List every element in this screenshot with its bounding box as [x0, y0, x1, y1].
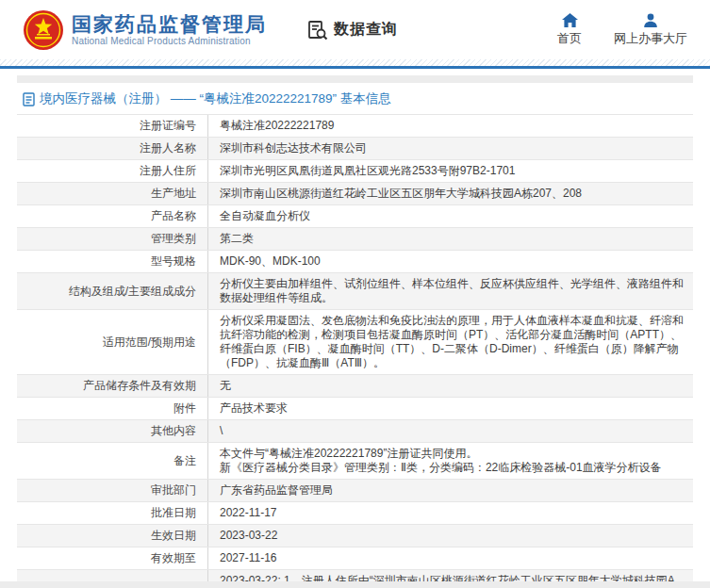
row-value: 分析仪主要由加样组件、试剂位组件、样本位组件、反应杯供应组件、光学组件、液路组件… [207, 273, 693, 309]
card-top-strip [17, 75, 693, 83]
table-row: 备注 本文件与“粤械注准20222221789”注册证共同使用。 新《医疗器械分… [17, 443, 693, 480]
row-label: 产品储存条件及有效期 [17, 375, 207, 397]
table-row: 有效期至 2027-11-16 [17, 547, 693, 570]
row-label: 其他内容 [17, 420, 207, 442]
row-label: 适用范围/预期用途 [17, 310, 207, 374]
table-row: 注册人住所 深圳市光明区凤凰街道凤凰社区观光路2533号附97B2-1701 [17, 160, 693, 183]
site-logo[interactable]: 国家药品监督管理局 National Medical Products Admi… [23, 9, 267, 51]
row-value: 无 [207, 375, 693, 397]
row-label: 生效日期 [17, 525, 207, 547]
row-value: MDK-90、MDK-100 [207, 251, 693, 272]
site-title: 国家药品监督管理局 [72, 13, 267, 36]
row-label: 注册人住所 [17, 160, 207, 182]
breadcrumb: 境内医疗器械（注册） —— “粤械注准20222221789” 基本信息 [17, 83, 693, 114]
nav-service-hall[interactable]: 网上办事大厅 [614, 13, 687, 47]
row-label: 备注 [17, 443, 207, 479]
row-value: 深圳市南山区桃源街道红花岭工业区五区朋年大学城科技园A栋207、208 [207, 183, 693, 204]
table-row: 型号规格 MDK-90、MDK-100 [17, 251, 693, 273]
row-value: 粤械注准20222221789 [207, 115, 693, 137]
row-label: 注册人名称 [17, 138, 207, 159]
info-table: 注册证编号 粤械注准20222221789 注册人名称 深圳市科创志达技术有限公… [17, 114, 693, 588]
table-row: 注册证编号 粤械注准20222221789 [17, 115, 693, 138]
row-value: 产品技术要求 [207, 398, 693, 419]
national-emblem-icon [23, 9, 64, 51]
nav-service-hall-label: 网上办事大厅 [614, 30, 687, 47]
table-row: 注册人名称 深圳市科创志达技术有限公司 [17, 138, 693, 160]
table-row: 产品储存条件及有效期 无 [17, 375, 693, 398]
row-label: 生产地址 [17, 183, 207, 204]
site-header: 国家药品监督管理局 National Medical Products Admi… [0, 0, 710, 59]
nav-home-label: 首页 [557, 30, 582, 47]
data-query-label: 数据查询 [334, 20, 398, 40]
document-icon [23, 92, 35, 106]
table-row: 生效日期 2023-03-22 [17, 525, 693, 547]
home-icon [562, 13, 578, 27]
row-label: 有效期至 [17, 547, 207, 569]
row-value: 本文件与“粤械注准20222221789”注册证共同使用。 新《医疗器械分类目录… [207, 443, 693, 479]
nav-home[interactable]: 首页 [557, 13, 582, 47]
table-row: 附件 产品技术要求 [17, 398, 693, 420]
row-value: 2023-03-22 [207, 525, 693, 547]
table-row: 批准日期 2022-11-17 [17, 502, 693, 525]
hatch-strip [0, 59, 710, 66]
row-value: 分析仪采用凝固法、发色底物法和免疫比浊法的原理，用于人体血液样本凝血和抗凝、纤溶… [207, 310, 693, 374]
row-value: 广东省药品监督管理局 [207, 480, 693, 501]
row-label: 附件 [17, 398, 207, 419]
row-value: 深圳市光明区凤凰街道凤凰社区观光路2533号附97B2-1701 [207, 160, 693, 182]
table-row: 管理类别 第二类 [17, 228, 693, 251]
document-search-icon [306, 19, 329, 41]
main-content: 境内医疗器械（注册） —— “粤械注准20222221789” 基本信息 注册证… [17, 75, 693, 588]
page-bottom-strip [0, 581, 710, 588]
row-label: 批准日期 [17, 502, 207, 524]
data-query-tag[interactable]: 数据查询 [306, 19, 398, 41]
top-nav: 首页 网上办事大厅 [557, 13, 687, 47]
table-row: 审批部门 广东省药品监督管理局 [17, 480, 693, 502]
row-value: 深圳市科创志达技术有限公司 [207, 138, 693, 159]
row-label: 注册证编号 [17, 115, 207, 137]
row-label: 审批部门 [17, 480, 207, 501]
table-row: 适用范围/预期用途 分析仪采用凝固法、发色底物法和免疫比浊法的原理，用于人体血液… [17, 310, 693, 375]
row-value: 2027-11-16 [207, 547, 693, 569]
header-divider-line [0, 66, 710, 69]
breadcrumb-text: 境内医疗器械（注册） —— “粤械注准20222221789” 基本信息 [40, 90, 391, 107]
row-value: 第二类 [207, 228, 693, 250]
row-label: 型号规格 [17, 251, 207, 272]
row-label: 结构及组成/主要组成成分 [17, 273, 207, 309]
info-table-body: 注册证编号 粤械注准20222221789 注册人名称 深圳市科创志达技术有限公… [17, 115, 693, 588]
row-value: 全自动凝血分析仪 [207, 205, 693, 227]
row-label: 管理类别 [17, 228, 207, 250]
table-row: 结构及组成/主要组成成分 分析仪主要由加样组件、试剂位组件、样本位组件、反应杯供… [17, 273, 693, 310]
row-label: 产品名称 [17, 205, 207, 227]
table-row: 生产地址 深圳市南山区桃源街道红花岭工业区五区朋年大学城科技园A栋207、208 [17, 183, 693, 205]
user-icon [643, 13, 658, 27]
site-subtitle: National Medical Products Administration [72, 36, 267, 46]
row-value: \ [207, 420, 693, 442]
table-row: 产品名称 全自动凝血分析仪 [17, 205, 693, 228]
row-value: 2022-11-17 [207, 502, 693, 524]
table-row: 其他内容 \ [17, 420, 693, 443]
